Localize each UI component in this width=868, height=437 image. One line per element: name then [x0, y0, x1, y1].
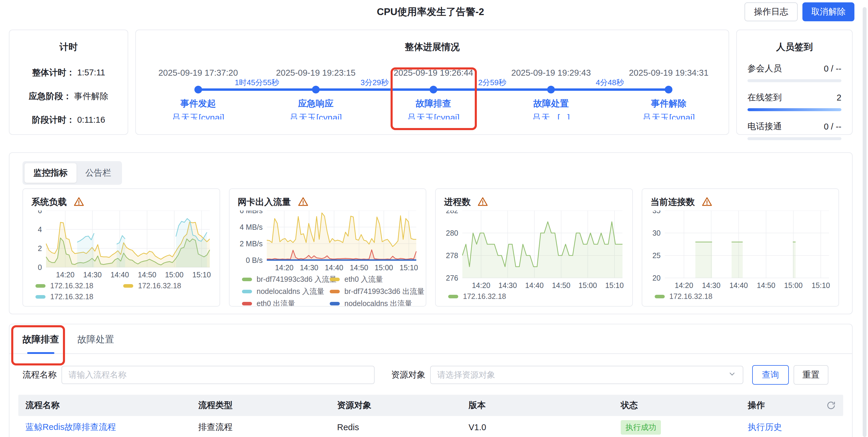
stage-person[interactable]: 吕天玉[cynai]	[643, 112, 695, 119]
signin-row: 在线签到2	[747, 92, 841, 104]
legend-item[interactable]: 172.16.32.18	[655, 292, 831, 301]
cancel-resolve-button[interactable]: 取消解除	[802, 2, 855, 21]
chart-title: 系统负载	[31, 196, 67, 208]
charts-row: 系统负载642014:2014:3014:4014:5015:0015:1017…	[23, 188, 839, 307]
stage-person[interactable]: 吕天玉[cynai]	[172, 112, 224, 119]
resource-cell: Redis	[337, 423, 469, 432]
warning-icon	[477, 196, 488, 208]
svg-text:14:20: 14:20	[56, 270, 75, 279]
svg-text:278: 278	[446, 251, 458, 260]
stage-name[interactable]: 事件解除	[651, 97, 686, 110]
stage-name[interactable]: 应急响应	[298, 97, 334, 110]
legend-label: nodelocaldns 入流量	[257, 287, 324, 296]
timing-card: 计时 整体计时： 1:57:11应急阶段： 事件解除阶段计时： 0:11:16	[9, 30, 128, 135]
svg-text:14:50: 14:50	[138, 270, 157, 279]
svg-text:14:50: 14:50	[349, 263, 368, 272]
signin-card-title: 人员签到	[747, 41, 841, 53]
legend-color-pill	[330, 290, 340, 293]
chart-card-0: 系统负载642014:2014:3014:4014:5015:0015:1017…	[23, 188, 220, 307]
svg-text:4 MB/s: 4 MB/s	[240, 223, 262, 231]
monitor-tab-0[interactable]: 监控指标	[25, 163, 76, 183]
flow-name-link[interactable]: 蓝鲸Redis故障排查流程	[25, 422, 116, 432]
stage-name[interactable]: 故障处置	[533, 97, 569, 110]
table-row: 蓝鲸Redis故障排查流程排查流程RedisV1.0执行成功执行历史	[18, 416, 843, 437]
svg-text:14:30: 14:30	[300, 263, 318, 272]
legend-item[interactable]: 172.16.32.18	[123, 282, 211, 290]
stage-dot-icon	[312, 86, 320, 93]
svg-text:14:20: 14:20	[275, 263, 293, 272]
legend-item[interactable]: nodelocaldns 入流量	[242, 287, 330, 296]
signin-label: 参会人员	[747, 63, 782, 75]
flow-type-cell: 排查流程	[198, 421, 337, 433]
legend-color-pill	[35, 284, 45, 288]
stage-duration: 4分48秒	[596, 78, 624, 88]
svg-text:6: 6	[38, 210, 42, 215]
legend-label: 172.16.32.18	[50, 292, 93, 301]
stage-name[interactable]: 故障排查	[416, 97, 451, 110]
svg-text:14:20: 14:20	[472, 281, 490, 289]
chart-title-row: 系统负载	[31, 196, 211, 208]
svg-text:282: 282	[446, 210, 458, 215]
legend-item[interactable]: eth0 出流量	[242, 299, 330, 307]
signin-row: 电话接通0 / --	[747, 121, 841, 133]
execution-history-link[interactable]: 执行历史	[748, 422, 782, 432]
reset-button[interactable]: 重置	[794, 365, 829, 385]
workflow-tab-1[interactable]: 故障处置	[78, 333, 114, 353]
legend-item[interactable]: eth0 入流量	[330, 274, 417, 284]
svg-text:2 MB/s: 2 MB/s	[240, 239, 262, 248]
timing-row: 阶段计时： 0:11:16	[32, 114, 105, 126]
filter-form: 流程名称 资源对象 请选择资源对象 查询 重置	[23, 365, 839, 385]
signin-rows: 参会人员0 / --在线签到2电话接通0 / --	[747, 63, 841, 140]
stage-person[interactable]: 吕天玉[cynai]	[289, 112, 342, 119]
stage-dot-icon	[194, 86, 202, 93]
stage-person[interactable]: 吕天...[...]	[532, 112, 570, 119]
legend-item[interactable]: br-df741993c3d6 出流量	[330, 287, 417, 296]
status-badge: 执行成功	[621, 420, 661, 435]
header-actions: 操作日志 取消解除	[745, 2, 855, 21]
flow-name-input[interactable]	[61, 366, 375, 384]
timing-value: 1:57:11	[75, 68, 105, 77]
legend-label: eth0 出流量	[257, 299, 296, 307]
flow-table-header: 流程名称流程类型资源对象版本状态操作	[18, 395, 843, 416]
chart-legend: 172.16.32.18	[651, 292, 831, 301]
stage-time: 2025-09-19 17:37:20	[158, 68, 238, 78]
svg-text:15:10: 15:10	[811, 281, 830, 289]
legend-item[interactable]: 172.16.32.18	[35, 292, 123, 301]
chart-canvas: 642014:2014:3014:4014:5015:0015:10	[31, 210, 212, 280]
legend-color-pill	[242, 278, 252, 281]
legend-item[interactable]: 172.16.32.18	[448, 292, 624, 301]
vertical-scrollbar[interactable]	[863, 7, 867, 437]
chart-legend: 172.16.32.18172.16.32.18172.16.32.18	[31, 282, 211, 301]
resource-select[interactable]: 请选择资源对象	[430, 366, 743, 384]
svg-text:14:30: 14:30	[83, 270, 102, 279]
query-button[interactable]: 查询	[752, 365, 789, 385]
stage-person[interactable]: 吕天玉[cynai]	[407, 112, 460, 119]
warning-icon	[701, 196, 713, 208]
legend-item[interactable]: br-df741993c3d6 入流量	[242, 274, 330, 284]
stage-time: 2025-09-19 19:29:43	[512, 68, 591, 78]
signin-value: 2	[837, 93, 841, 103]
refresh-icon[interactable]	[826, 400, 836, 410]
warning-icon	[298, 196, 309, 208]
svg-text:14:30: 14:30	[702, 281, 720, 289]
monitor-tab-1[interactable]: 公告栏	[76, 163, 120, 183]
legend-color-pill	[35, 295, 45, 299]
legend-item[interactable]: nodelocaldns 出流量	[330, 299, 417, 307]
legend-color-pill	[330, 278, 340, 281]
flow-table-body: 蓝鲸Redis故障排查流程排查流程RedisV1.0执行成功执行历史	[18, 416, 843, 437]
signin-card: 人员签到 参会人员0 / --在线签到2电话接通0 / --	[736, 30, 852, 135]
stage-time: 2025-09-19 19:23:15	[276, 68, 355, 78]
monitor-section-card: 监控指标公告栏 系统负载642014:2014:3014:4014:5015:0…	[9, 152, 852, 314]
stage-name[interactable]: 事件发起	[181, 97, 216, 110]
svg-text:15:00: 15:00	[579, 281, 597, 289]
workflow-tab-0[interactable]: 故障排查	[23, 333, 59, 353]
legend-item[interactable]: 172.16.32.18	[35, 282, 123, 290]
table-header-cell: 资源对象	[337, 400, 469, 411]
timing-card-title: 计时	[9, 41, 128, 53]
signin-progress-track	[747, 137, 841, 140]
svg-text:280: 280	[446, 229, 458, 237]
action-cell: 执行历史	[748, 421, 843, 433]
svg-text:0: 0	[38, 263, 42, 271]
table-header-cell: 流程名称	[25, 400, 198, 411]
operation-log-button[interactable]: 操作日志	[745, 2, 798, 21]
